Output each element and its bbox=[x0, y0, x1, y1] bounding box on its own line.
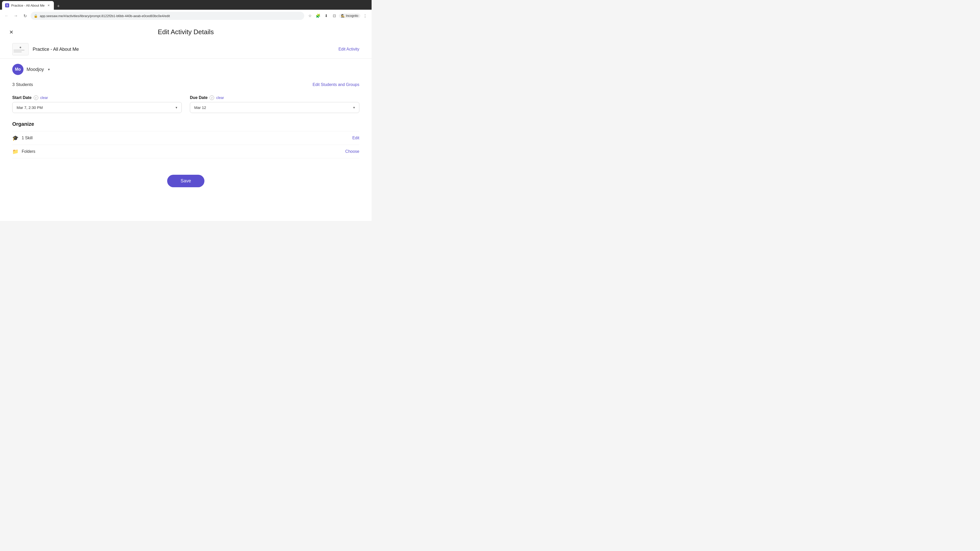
thumb-dot bbox=[20, 47, 21, 48]
incognito-badge: 🕵 Incognito bbox=[339, 14, 360, 18]
edit-activity-link[interactable]: Edit Activity bbox=[339, 47, 360, 52]
active-tab[interactable]: S Practice - All About Me ✕ bbox=[2, 1, 54, 10]
extensions-button[interactable]: 🧩 bbox=[314, 12, 321, 19]
folder-icon: 📁 bbox=[12, 148, 19, 155]
start-date-info-icon[interactable]: i bbox=[34, 95, 38, 100]
folders-left: 📁 Folders bbox=[12, 148, 35, 155]
organize-title: Organize bbox=[12, 121, 360, 127]
tabs-bar: S Practice - All About Me ✕ + bbox=[0, 0, 372, 10]
start-date-field: Start Date i clear Mar 7, 2:30 PM ▾ bbox=[12, 95, 182, 113]
skill-icon: 🎓 bbox=[12, 135, 19, 141]
start-date-chevron-icon: ▾ bbox=[176, 106, 177, 110]
organize-section: Organize 🎓 1 Skill Edit 📁 Folders Choose bbox=[12, 121, 360, 159]
page-content: ✕ Edit Activity Details Practice - All A… bbox=[0, 22, 372, 221]
due-date-info-icon[interactable]: i bbox=[210, 95, 214, 100]
activity-preview-row: Practice - All About Me Edit Activity bbox=[0, 40, 372, 59]
activity-thumbnail bbox=[12, 43, 29, 56]
students-row: 3 Students Edit Students and Groups bbox=[12, 81, 360, 88]
form-body: Mo Moodjoy ▾ 3 Students Edit Students an… bbox=[0, 64, 372, 200]
due-date-field: Due Date i clear Mar 12 ▾ bbox=[190, 95, 360, 113]
thumb-line-1 bbox=[14, 50, 24, 51]
due-date-selector[interactable]: Mar 12 ▾ bbox=[190, 102, 360, 113]
page-title: Edit Activity Details bbox=[0, 28, 372, 36]
save-button[interactable]: Save bbox=[167, 175, 204, 187]
reload-button[interactable]: ↻ bbox=[21, 12, 29, 19]
class-dropdown-button[interactable]: ▾ bbox=[47, 66, 51, 73]
forward-button[interactable]: → bbox=[12, 12, 19, 19]
menu-button[interactable]: ⋮ bbox=[361, 12, 369, 19]
due-date-label: Due Date bbox=[190, 95, 207, 100]
start-date-value: Mar 7, 2:30 PM bbox=[17, 105, 43, 110]
class-avatar: Mo bbox=[12, 64, 24, 75]
back-button[interactable]: ← bbox=[3, 12, 10, 19]
start-date-label: Start Date bbox=[12, 95, 32, 100]
dates-section: Start Date i clear Mar 7, 2:30 PM ▾ Due … bbox=[12, 95, 360, 113]
url-bar[interactable]: 🔒 app.seesaw.me/#/activities/library/pro… bbox=[30, 12, 304, 20]
address-actions: ☆ 🧩 ⬇ ⊡ 🕵 Incognito ⋮ bbox=[306, 12, 369, 19]
save-section: Save bbox=[12, 167, 360, 200]
tab-title: Practice - All About Me bbox=[11, 3, 45, 7]
bookmark-button[interactable]: ☆ bbox=[306, 12, 313, 19]
skill-label: 1 Skill bbox=[22, 136, 33, 140]
new-tab-button[interactable]: + bbox=[55, 3, 62, 10]
security-lock-icon: 🔒 bbox=[34, 14, 38, 18]
split-view-button[interactable]: ⊡ bbox=[331, 12, 338, 19]
class-selector: Mo Moodjoy ▾ bbox=[12, 64, 360, 75]
folders-label: Folders bbox=[22, 149, 35, 154]
close-page-button[interactable]: ✕ bbox=[7, 28, 15, 36]
address-bar: ← → ↻ 🔒 app.seesaw.me/#/activities/libra… bbox=[0, 10, 372, 22]
students-count: 3 Students bbox=[12, 82, 33, 87]
start-date-label-row: Start Date i clear bbox=[12, 95, 182, 100]
activity-name: Practice - All About Me bbox=[33, 47, 79, 52]
folders-choose-link[interactable]: Choose bbox=[345, 149, 360, 154]
start-date-clear-link[interactable]: clear bbox=[40, 96, 48, 100]
skills-row: 🎓 1 Skill Edit bbox=[12, 131, 360, 145]
browser-chrome: S Practice - All About Me ✕ + ← → ↻ 🔒 ap… bbox=[0, 0, 372, 22]
incognito-icon: 🕵 bbox=[341, 14, 345, 17]
incognito-label: Incognito bbox=[346, 14, 358, 17]
skill-edit-link[interactable]: Edit bbox=[352, 136, 360, 140]
download-button[interactable]: ⬇ bbox=[323, 12, 330, 19]
url-text: app.seesaw.me/#/activities/library/promp… bbox=[40, 14, 301, 18]
activity-preview-left: Practice - All About Me bbox=[12, 43, 79, 56]
edit-students-link[interactable]: Edit Students and Groups bbox=[313, 83, 360, 87]
due-date-label-row: Due Date i clear bbox=[190, 95, 360, 100]
due-date-chevron-icon: ▾ bbox=[353, 106, 355, 110]
page-header: Edit Activity Details bbox=[0, 22, 372, 40]
thumb-line-2 bbox=[14, 52, 22, 52]
tab-favicon: S bbox=[5, 3, 9, 7]
skills-left: 🎓 1 Skill bbox=[12, 135, 33, 141]
due-date-clear-link[interactable]: clear bbox=[216, 96, 224, 100]
start-date-selector[interactable]: Mar 7, 2:30 PM ▾ bbox=[12, 102, 182, 113]
due-date-value: Mar 12 bbox=[194, 105, 206, 110]
class-name: Moodjoy bbox=[27, 67, 44, 72]
tab-close-button[interactable]: ✕ bbox=[47, 3, 51, 7]
folders-row: 📁 Folders Choose bbox=[12, 145, 360, 159]
thumbnail-lines bbox=[13, 45, 28, 53]
